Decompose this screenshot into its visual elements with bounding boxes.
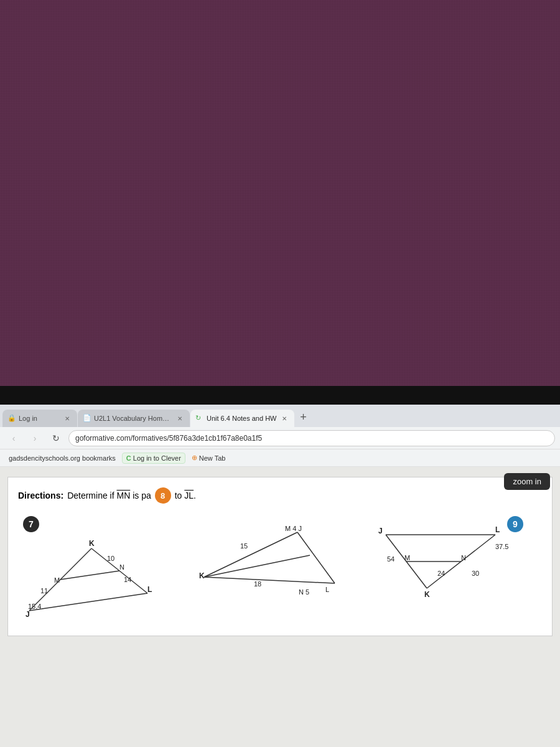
problem-7-header: 7 [23, 516, 188, 532]
browser-chrome: 🔒 Log in ✕ 📄 U2L1 Vocabulary Homework ✕ … [0, 405, 560, 747]
problems-row: 7 [18, 514, 542, 623]
tab-login-label: Log in [19, 415, 60, 422]
svg-line-15 [204, 577, 335, 583]
address-bar-row: ‹ › ↻ goformative.com/formatives/5f876a3… [0, 427, 560, 449]
svg-text:15: 15 [240, 542, 248, 550]
svg-text:11: 11 [40, 587, 48, 594]
directions-label: Directions: [18, 491, 63, 500]
tab-login-close[interactable]: ✕ [62, 413, 72, 423]
svg-text:24: 24 [437, 570, 445, 577]
problem-9-badge: 9 [507, 516, 523, 532]
back-button[interactable]: ‹ [5, 430, 22, 447]
refresh-button[interactable]: ↻ [47, 430, 65, 447]
tab-vocab-label: U2L1 Vocabulary Homework [94, 415, 172, 422]
directions-end: to JL. [175, 491, 196, 500]
svg-text:L: L [495, 525, 500, 534]
svg-text:K: K [199, 571, 205, 580]
tab-vocab[interactable]: 📄 U2L1 Vocabulary Homework ✕ [78, 410, 190, 427]
bookmark-newtab[interactable]: ⊕ New Tab [188, 453, 230, 463]
zoom-in-label: zoom in [513, 477, 541, 486]
address-text: goformative.com/formatives/5f876a3de1cb1… [75, 434, 262, 443]
problem-8: K 15 M 4 J 18 N 5 L [193, 514, 368, 607]
bookmarks-bar: gadsdencityschools.org bookmarks C Log i… [0, 449, 560, 467]
jl-overline: JL [184, 491, 194, 500]
svg-text:M: M [404, 554, 410, 561]
svg-text:54: 54 [387, 555, 394, 563]
svg-text:14: 14 [124, 576, 131, 583]
problem-9-diagram: J L K 37.5 N 30 54 [372, 521, 537, 604]
bookmark-clever[interactable]: C Log in to Clever [122, 453, 185, 464]
bookmark-newtab-icon: ⊕ [192, 454, 197, 462]
svg-line-16 [204, 555, 310, 577]
tab-unit64-label: Unit 6.4 Notes and HW [207, 415, 277, 422]
svg-text:L: L [147, 585, 152, 594]
svg-text:18: 18 [254, 580, 261, 588]
bookmark-gadsen[interactable]: gadsdencityschools.org bookmarks [5, 453, 119, 463]
mn-overline: MN [116, 491, 130, 500]
svg-text:37.5: 37.5 [495, 543, 508, 550]
tab-bar: 🔒 Log in ✕ 📄 U2L1 Vocabulary Homework ✕ … [0, 405, 560, 427]
zoom-in-button[interactable]: zoom in [504, 473, 550, 490]
svg-text:15.4: 15.4 [28, 603, 41, 610]
bookmark-gadsen-label: gadsdencityschools.org bookmarks [9, 454, 116, 462]
svg-line-14 [297, 532, 335, 583]
problem-7: 7 [18, 514, 193, 623]
svg-line-13 [204, 532, 297, 577]
svg-line-3 [60, 571, 119, 580]
new-tab-button[interactable]: + [295, 408, 312, 426]
svg-text:30: 30 [472, 570, 479, 577]
svg-text:N: N [119, 563, 124, 571]
tab-login[interactable]: 🔒 Log in ✕ [2, 410, 77, 427]
problem-9: 9 [367, 514, 542, 607]
worksheet: Directions: Determine if MN is pa 8 to J… [7, 477, 553, 636]
tab-vocab-close[interactable]: ✕ [175, 413, 185, 423]
bookmark-clever-label: Log in to Clever [133, 454, 181, 462]
svg-text:10: 10 [107, 555, 114, 562]
bookmark-newtab-label: New Tab [199, 454, 226, 462]
svg-text:N 5: N 5 [299, 588, 309, 596]
bookmark-clever-icon: C [126, 454, 131, 462]
tab-login-favicon: 🔒 [7, 414, 16, 423]
svg-text:J: J [378, 527, 383, 535]
black-band [0, 386, 560, 405]
problem-8-diagram: K 15 M 4 J 18 N 5 L [198, 521, 363, 604]
svg-text:K: K [424, 590, 430, 599]
svg-text:J: J [26, 610, 30, 618]
svg-text:L: L [325, 586, 329, 593]
tab-unit64[interactable]: ↻ Unit 6.4 Notes and HW ✕ [190, 410, 294, 427]
svg-text:M: M [54, 576, 60, 584]
svg-text:N: N [461, 554, 466, 561]
problem-7-badge: 7 [23, 516, 39, 532]
problem-7-diagram: K 10 N 14 L 11 M [23, 537, 188, 621]
badge-8: 8 [155, 487, 171, 504]
svg-text:K: K [89, 539, 95, 548]
directions-text: Determine if MN is pa [67, 491, 151, 500]
svg-text:M 4 J: M 4 J [285, 525, 302, 532]
wall-background [0, 0, 560, 386]
tab-vocab-favicon: 📄 [83, 414, 91, 423]
tab-unit64-close[interactable]: ✕ [279, 413, 289, 423]
directions-line: Directions: Determine if MN is pa 8 to J… [18, 487, 542, 504]
content-area: zoom in Directions: Determine if MN is p… [0, 467, 560, 747]
tab-unit64-favicon: ↻ [195, 414, 204, 423]
forward-button[interactable]: › [26, 430, 44, 447]
address-input[interactable]: goformative.com/formatives/5f876a3de1cb1… [68, 430, 555, 446]
svg-line-2 [29, 593, 147, 611]
